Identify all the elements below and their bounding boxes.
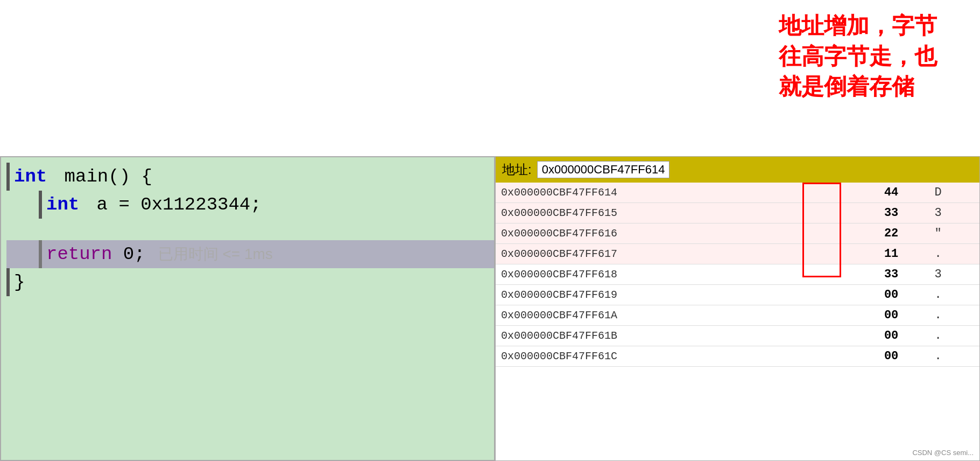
closing-brace: } <box>14 272 25 292</box>
memory-char: . <box>929 346 979 367</box>
memory-char: " <box>929 223 979 244</box>
memory-panel: 地址: 0x000000CBF47FF614 0x000000CBF47FF61… <box>495 156 980 461</box>
code-line-return: return 0; 已用时间 <= 1ms <box>6 240 494 268</box>
annotation-line3: 就是倒着存储 <box>779 72 937 102</box>
memory-header: 地址: 0x000000CBF47FF614 <box>496 157 979 183</box>
memory-hex: 00 <box>854 285 929 305</box>
code-var-a: a = 0x11223344; <box>86 194 261 215</box>
memory-hex: 33 <box>854 203 929 223</box>
watermark: CSDN @CS semi... <box>912 449 974 457</box>
memory-address: 0x000000CBF47FF61A <box>496 305 854 326</box>
memory-row: 0x000000CBF47FF61A00. <box>496 305 979 326</box>
memory-char: 3 <box>929 264 979 285</box>
main-content: int main() { int a = 0x11223344; return … <box>0 156 980 461</box>
memory-address: 0x000000CBF47FF619 <box>496 285 854 305</box>
memory-address: 0x000000CBF47FF61B <box>496 326 854 346</box>
memory-address: 0x000000CBF47FF61C <box>496 346 854 367</box>
time-comment: 已用时间 <= 1ms <box>158 244 273 264</box>
memory-char: . <box>929 285 979 305</box>
annotation-text: 地址增加，字节 往高字节走，也 就是倒着存储 <box>779 11 937 102</box>
code-line-1: int main() { <box>6 163 494 191</box>
memory-address: 0x000000CBF47FF615 <box>496 203 854 223</box>
code-main: main() { <box>53 166 152 187</box>
line-indicator-2 <box>39 191 42 219</box>
memory-rows-container: 0x000000CBF47FF61444D0x000000CBF47FF6153… <box>496 183 979 367</box>
memory-hex: 00 <box>854 305 929 326</box>
memory-char: D <box>929 183 979 203</box>
memory-char: . <box>929 305 979 326</box>
memory-hex: 33 <box>854 264 929 285</box>
memory-row: 0x000000CBF47FF61900. <box>496 285 979 305</box>
memory-row: 0x000000CBF47FF61B00. <box>496 326 979 346</box>
memory-row: 0x000000CBF47FF615333 <box>496 203 979 223</box>
keyword-int-2: int <box>46 194 79 215</box>
code-line-2: int a = 0x11223344; <box>6 191 494 219</box>
return-value: 0; <box>112 244 145 264</box>
keyword-int-1: int <box>14 166 47 187</box>
line-indicator-4 <box>6 268 10 296</box>
memory-address: 0x000000CBF47FF614 <box>496 183 854 203</box>
memory-header-value: 0x000000CBF47FF614 <box>537 161 670 178</box>
annotation-line2: 往高字节走，也 <box>779 41 937 72</box>
memory-char: 3 <box>929 203 979 223</box>
memory-address: 0x000000CBF47FF618 <box>496 264 854 285</box>
keyword-return: return <box>46 244 112 264</box>
code-spacer <box>6 219 494 240</box>
memory-char: . <box>929 326 979 346</box>
memory-row: 0x000000CBF47FF618333 <box>496 264 979 285</box>
memory-row: 0x000000CBF47FF61444D <box>496 183 979 203</box>
memory-hex: 11 <box>854 244 929 264</box>
annotation-line1: 地址增加，字节 <box>779 11 937 41</box>
memory-hex: 00 <box>854 346 929 367</box>
memory-hex: 00 <box>854 326 929 346</box>
memory-table: 0x000000CBF47FF61444D0x000000CBF47FF6153… <box>496 183 979 367</box>
memory-char: . <box>929 244 979 264</box>
line-indicator-3 <box>39 240 42 268</box>
memory-hex: 22 <box>854 223 929 244</box>
memory-header-label: 地址: <box>502 161 532 178</box>
code-panel: int main() { int a = 0x11223344; return … <box>0 156 495 461</box>
code-line-4: } <box>6 268 494 296</box>
memory-address: 0x000000CBF47FF616 <box>496 223 854 244</box>
memory-row: 0x000000CBF47FF61C00. <box>496 346 979 367</box>
memory-address: 0x000000CBF47FF617 <box>496 244 854 264</box>
line-indicator-1 <box>6 163 10 191</box>
memory-row: 0x000000CBF47FF61711. <box>496 244 979 264</box>
memory-row: 0x000000CBF47FF61622" <box>496 223 979 244</box>
memory-hex: 44 <box>854 183 929 203</box>
